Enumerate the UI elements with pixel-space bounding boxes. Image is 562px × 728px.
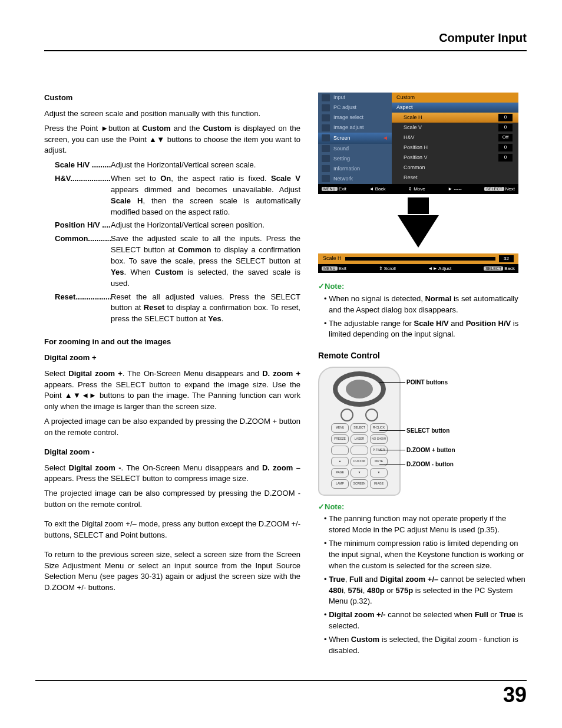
page-number: 39 (503, 680, 527, 710)
footer-rule (35, 680, 527, 681)
osd-row-hv: H&VOff (392, 133, 518, 143)
osd-menu-input: Input (318, 93, 392, 103)
note1-list: • When no signal is detected, Normal is … (324, 294, 527, 340)
osd-custom-head: Custom (392, 93, 518, 103)
osd-right-panel: Custom Aspect Scale H0 Scale V0 H&VOff P… (392, 93, 518, 184)
osd-scale-bar: Scale H 32 (318, 253, 518, 263)
osd-footer: MENUExit ◄ Back ⇕ Move ► ----- SELECTNex… (318, 184, 518, 195)
osd-row-scaleh: Scale H0 (392, 113, 518, 123)
osd-menu-imageadjust: Image adjust (318, 123, 392, 133)
osd-aspect-sub: Aspect (392, 103, 518, 113)
label-dzoom-plus: D.ZOOM + button (406, 446, 455, 455)
dzoom-exit: To exit the Digital zoom +/– mode, press… (44, 519, 300, 541)
osd-menu-imageselect: Image select (318, 113, 392, 123)
osd-row-posv: Position V0 (392, 153, 518, 163)
remote-body: MENUSELECTR-CLICK FREEZELASERNO SHOW P-T… (318, 367, 401, 496)
zoom-heading: For zooming in and out the images (44, 337, 300, 348)
definition-list: Scale H/V ..........Adjust the Horizonta… (55, 160, 300, 325)
remote-diagram: MENUSELECTR-CLICK FREEZELASERNO SHOW P-T… (318, 367, 527, 496)
label-select: SELECT button (406, 427, 455, 436)
osd-menu-sound: Sound (318, 144, 392, 154)
label-dzoom-minus: D.ZOOM - button (406, 460, 455, 469)
dzoom-plus-p2: A projected image can be also expanded b… (44, 416, 300, 439)
remote-point-ring (333, 371, 386, 407)
osd-menu-screen: Screen◄ (318, 133, 392, 144)
note2-heading: ✓Note: (318, 502, 527, 513)
arrow-stem (408, 197, 429, 214)
osd-menu-information: Information (318, 164, 392, 174)
remote-lclick (340, 409, 353, 421)
osd-menu-setting: Setting (318, 154, 392, 164)
arrow-down-icon (398, 215, 439, 248)
remote-rclick (365, 409, 378, 421)
remote-heading: Remote Control (318, 350, 527, 361)
osd-row-scalev: Scale V0 (392, 123, 518, 133)
note1-heading: ✓Note: (318, 281, 527, 292)
osd-row-common: Common (392, 163, 518, 173)
osd-left-menu: Input PC adjust Image select Image adjus… (318, 93, 392, 184)
note2-list: • The panning function may not operate p… (324, 513, 527, 656)
dzoom-return: To return to the previous screen size, s… (44, 549, 300, 594)
osd-screenshot: Input PC adjust Image select Image adjus… (318, 93, 518, 273)
custom-heading: Custom (44, 93, 300, 104)
dzoom-minus-p1: Select Digital zoom -. The On-Screen Men… (44, 463, 300, 485)
label-point: POINT buttons (406, 378, 455, 387)
dzoom-plus-p1: Select Digital zoom +. The On-Screen Men… (44, 368, 300, 413)
osd-bar-footer: MENUExit ⇕ Scroll ◄► Adjust SELECTBack (318, 264, 518, 274)
dzoom-minus-heading: Digital zoom - (44, 447, 300, 458)
custom-press: Press the Point ►button at Custom and th… (44, 123, 300, 157)
right-column: Input PC adjust Image select Image adjus… (318, 93, 527, 659)
remote-button-grid: MENUSELECTR-CLICK FREEZELASERNO SHOW P-T… (331, 423, 388, 489)
remote-label-column: POINT buttons SELECT button D.ZOOM + but… (406, 367, 455, 496)
left-column: Custom Adjust the screen scale and posit… (44, 93, 300, 659)
dzoom-plus-heading: Digital zoom + (44, 353, 300, 364)
osd-menu-network: Network (318, 174, 392, 184)
osd-menu-pcadjust: PC adjust (318, 103, 392, 113)
osd-row-reset: Reset (392, 173, 518, 183)
page-title: Computer Input (44, 29, 527, 51)
osd-row-posh: Position H0 (392, 143, 518, 153)
dzoom-minus-p2: The projected image can be also compress… (44, 488, 300, 510)
custom-intro: Adjust the screen scale and position man… (44, 108, 300, 120)
